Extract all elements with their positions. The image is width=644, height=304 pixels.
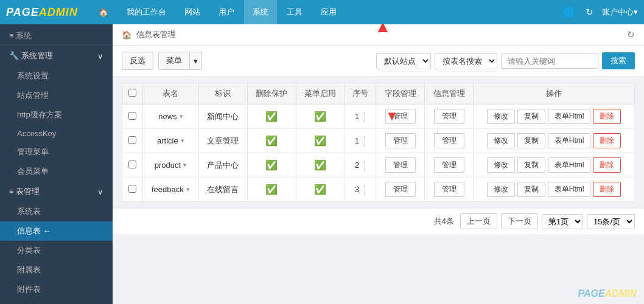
copy-button-3[interactable]: 复制 xyxy=(517,182,545,197)
reverse-select-button[interactable]: 反选 xyxy=(122,52,153,70)
copy-button-0[interactable]: 复制 xyxy=(517,109,545,124)
row-info-mgmt-1: 管理 xyxy=(425,129,474,153)
globe-icon[interactable]: 🌐 xyxy=(561,4,577,20)
search-button[interactable]: 搜索 xyxy=(602,52,635,69)
row-field-mgmt-0: 管理 xyxy=(376,105,425,129)
row-info-mgmt-3: 管理 xyxy=(425,178,474,202)
row-name-dropdown-1[interactable]: ▾ xyxy=(181,137,184,145)
row-info-mgmt-0: 管理 xyxy=(425,105,474,129)
info-mgmt-button-1[interactable]: 管理 xyxy=(434,133,464,148)
table-group-label: ≡ 表管理 xyxy=(9,186,40,197)
account-button[interactable]: 账户中心▾ xyxy=(602,7,638,18)
row-menu-enable-1: ✅ xyxy=(296,129,345,153)
sidebar-item-access-key[interactable]: AccessKey xyxy=(0,125,113,142)
field-mgmt-button-0[interactable]: 管理 xyxy=(385,109,416,124)
info-mgmt-button-3[interactable]: 管理 xyxy=(434,182,464,197)
sort-up-2[interactable]: ↑ xyxy=(363,159,366,165)
sort-up-0[interactable]: ↑ xyxy=(363,110,366,117)
row-check-3[interactable] xyxy=(128,185,136,193)
sort-buttons-0: ↑ ↓ xyxy=(363,110,366,123)
sidebar-item-attachment-table[interactable]: 附件表 xyxy=(0,280,113,299)
next-page-button[interactable]: 下一页 xyxy=(501,213,538,229)
sidebar-item-http-cache[interactable]: http缓存方案 xyxy=(0,105,113,125)
edit-button-0[interactable]: 修改 xyxy=(487,109,515,124)
edit-button-3[interactable]: 修改 xyxy=(487,182,515,197)
menu-dropdown-arrow[interactable]: ▾ xyxy=(189,52,201,69)
edit-button-1[interactable]: 修改 xyxy=(487,133,515,148)
per-page-select[interactable]: 15条/页 xyxy=(587,214,635,229)
row-del-protect-3: ✅ xyxy=(247,178,296,202)
menu-button[interactable]: 菜单 xyxy=(159,52,189,69)
sort-down-3[interactable]: ↓ xyxy=(363,190,366,196)
sort-down-0[interactable]: ↓ xyxy=(363,117,366,123)
row-name-dropdown-2[interactable]: ▾ xyxy=(183,161,187,169)
copy-button-1[interactable]: 复制 xyxy=(517,133,545,148)
nav-system[interactable]: 系统 xyxy=(244,0,277,24)
row-name-dropdown-3[interactable]: ▾ xyxy=(186,185,190,193)
nav-workbench[interactable]: 我的工作台 xyxy=(118,0,175,24)
delete-button-3[interactable]: 删除 xyxy=(593,182,621,197)
delete-button-0[interactable]: 删除 xyxy=(593,109,621,124)
sidebar-item-info-table[interactable]: 信息表 ← xyxy=(0,221,113,241)
sort-up-3[interactable]: ↑ xyxy=(363,183,366,190)
page-refresh-icon[interactable]: ↻ xyxy=(627,29,635,40)
field-mgmt-button-3[interactable]: 管理 xyxy=(385,182,416,197)
prev-page-button[interactable]: 上一页 xyxy=(460,213,497,229)
page-select[interactable]: 第1页 xyxy=(542,214,583,229)
row-name-0: news ▾ xyxy=(143,105,199,129)
nav-website[interactable]: 网站 xyxy=(176,0,209,24)
refresh-icon[interactable]: ↻ xyxy=(583,4,596,20)
nav-tools[interactable]: 工具 xyxy=(278,0,311,24)
html-button-0[interactable]: 表单Html xyxy=(548,109,591,124)
sort-up-1[interactable]: ↑ xyxy=(363,134,366,141)
site-select[interactable]: 默认站点 xyxy=(377,54,430,69)
sidebar-item-system-settings[interactable]: 系统设置 xyxy=(0,66,113,86)
row-label-1: 文章管理 xyxy=(198,129,247,153)
col-menu-enable: 菜单启用 xyxy=(296,83,345,105)
select-all-checkbox[interactable] xyxy=(128,89,136,97)
row-checkbox-1 xyxy=(122,129,143,153)
sidebar-group-system[interactable]: 🔧 系统管理 ∨ xyxy=(0,46,113,66)
row-order-3: 3 ↑ ↓ xyxy=(345,178,376,202)
col-checkbox xyxy=(122,83,143,105)
col-info-mgmt: 信息管理 xyxy=(425,83,474,105)
row-name-dropdown-0[interactable]: ▾ xyxy=(180,112,183,120)
row-check-1[interactable] xyxy=(128,136,136,144)
nav-home[interactable]: 🏠 xyxy=(90,0,117,24)
copy-button-2[interactable]: 复制 xyxy=(517,157,545,173)
sidebar-item-category-table[interactable]: 分类表 xyxy=(0,241,113,260)
field-mgmt-button-2[interactable]: 管理 xyxy=(385,157,416,173)
sort-buttons-1: ↑ ↓ xyxy=(363,134,366,148)
search-input[interactable] xyxy=(501,54,598,69)
edit-button-2[interactable]: 修改 xyxy=(487,157,515,173)
menu-enable-icon-0: ✅ xyxy=(314,111,326,122)
row-checkbox-0 xyxy=(122,105,143,129)
del-protect-icon-0: ✅ xyxy=(265,111,278,122)
menu-enable-icon-1: ✅ xyxy=(314,136,326,146)
html-button-1[interactable]: 表单Html xyxy=(548,133,591,148)
sort-down-2[interactable]: ↓ xyxy=(363,165,366,172)
sidebar-item-system-table[interactable]: 系统表 xyxy=(0,202,113,221)
sidebar-item-admin-menu[interactable]: 管理菜单 xyxy=(0,142,113,162)
row-check-0[interactable] xyxy=(128,112,136,120)
menu-enable-icon-2: ✅ xyxy=(314,160,326,170)
info-mgmt-button-2[interactable]: 管理 xyxy=(434,157,464,173)
sidebar-item-site-mgmt[interactable]: 站点管理 xyxy=(0,86,113,105)
row-menu-enable-2: ✅ xyxy=(296,153,345,178)
field-mgmt-button-1[interactable]: 管理 xyxy=(385,133,416,148)
row-name-text-3: feedback xyxy=(152,185,184,194)
html-button-3[interactable]: 表单Html xyxy=(548,182,591,197)
search-type-select[interactable]: 按表名搜索 xyxy=(435,54,497,69)
nav-user[interactable]: 用户 xyxy=(210,0,243,24)
sidebar-item-member-menu[interactable]: 会员菜单 xyxy=(0,162,113,181)
delete-button-2[interactable]: 删除 xyxy=(593,157,621,173)
html-button-2[interactable]: 表单Html xyxy=(548,157,591,173)
sidebar-item-attached-table[interactable]: 附属表 xyxy=(0,260,113,280)
info-mgmt-button-0[interactable]: 管理 xyxy=(434,109,464,124)
sidebar-group-table[interactable]: ≡ 表管理 ∨ xyxy=(0,181,113,202)
row-checkbox-3 xyxy=(122,178,143,202)
row-check-2[interactable] xyxy=(128,161,136,168)
sort-down-1[interactable]: ↓ xyxy=(363,141,366,148)
nav-apps[interactable]: 应用 xyxy=(312,0,345,24)
delete-button-1[interactable]: 删除 xyxy=(593,133,621,148)
